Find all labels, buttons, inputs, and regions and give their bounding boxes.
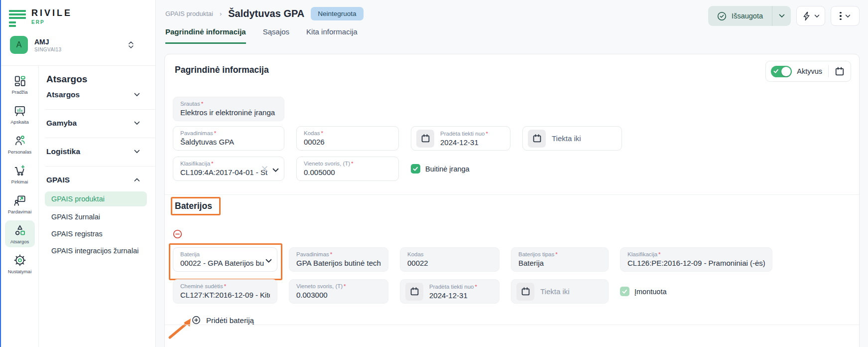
field-value: 2024-12-31 [440,138,488,147]
field-baterija-vieneto-svoris[interactable]: Vieneto svoris, (T)* 0.003000 [289,279,388,304]
shapes-icon [13,224,26,237]
active-toggle[interactable] [771,66,792,77]
sidebar-item-gpais-zurnalai[interactable]: GPAIS žurnalai [45,209,147,224]
unfold-icon[interactable] [127,40,134,52]
checkbox-imontuota[interactable]: Įmontuota [620,279,667,304]
chevron-down-icon [814,14,820,18]
sidebar-group-logistika[interactable]: Logistika [46,145,149,159]
tab-sasajos[interactable]: Sąsajos [263,27,289,44]
field-kodas[interactable]: Kodas* 00026 [296,126,399,151]
calendar-icon [521,287,530,296]
field-label: Klasifikacija [627,251,657,257]
field-placeholder: Tiekta iki [540,287,570,296]
field-value: GPA Baterijos butinė tech. [296,259,381,267]
side-navigation: Atsargos Atsargos Gamyba Logistika GPAIS… [39,66,156,347]
chevron-down-icon[interactable] [265,256,272,265]
field-baterija-kodas[interactable]: Kodas 00022 [400,247,499,272]
field-value: 00022 [407,259,492,267]
add-battery-button[interactable]: Pridėti bateriją [192,316,254,325]
field-srautas[interactable]: Srautas* Elektros ir elektroninė įranga [173,97,284,121]
calendar-button[interactable] [516,283,534,301]
rail-item-nustatymai[interactable]: Nustatymai [5,250,35,277]
gear-icon [13,254,26,267]
field-label: Pradėta tiekti nuo [429,284,474,290]
app-logo[interactable]: RIVILE ERP [9,8,72,27]
calendar-button[interactable] [405,283,423,301]
sidebar-item-gpais-integracijos-zurnalai[interactable]: GPAIS integracijos žurnalai [45,243,147,258]
breadcrumb-link[interactable]: GPAIS produktai [165,10,213,17]
field-vieneto-svoris[interactable]: Vieneto svoris, (T)* 0.005000 [296,157,399,181]
rail-item-pirkimai[interactable]: Pirkimai [5,161,35,187]
field-klasifikacija[interactable]: Klasifikacija* CL109:4A:2017-04-01 - St [173,157,284,181]
sidebar-group-atsargos[interactable]: Atsargos [46,88,149,102]
tab-kita-informacija[interactable]: Kita informacija [306,27,358,44]
field-baterija-pradeta-tiekti-nuo[interactable]: Pradėta tiekti nuo* 2024-12-31 [400,279,499,304]
sidebar-item-gpais-produktai[interactable]: GPAIS produktai [45,191,147,206]
section-title-baterijos: Baterijos [175,201,212,211]
field-value: Baterija [518,259,601,267]
section-divider [165,325,859,325]
field-label: Pavadinimas [180,130,213,136]
sidebar-group-gpais[interactable]: GPAIS [46,173,149,187]
quick-actions-button[interactable] [796,6,825,26]
rail-item-atsargos[interactable]: Atsargos [5,220,35,247]
divider [45,166,155,167]
chevron-up-icon [134,178,140,182]
field-value: Elektros ir elektroninė įranga [180,108,277,117]
calendar-icon [421,134,430,143]
user-org: SINGVAI13 [34,47,62,52]
field-value: 00022 - GPA Baterijos bu [180,259,270,267]
checkbox-checked-icon [620,287,629,296]
field-pavadinimas[interactable]: Pavadinimas* Šaldytuvas GPA [173,126,284,151]
sidebar-title: Atsargos [46,74,87,85]
field-baterija-select[interactable]: Baterija 00022 - GPA Baterijos bu [173,247,277,272]
checkbox-label: Įmontuota [634,288,667,296]
field-baterija-klasifikacija[interactable]: Klasifikacija* CL126:PE:2016-12-09 - Pra… [620,247,772,272]
field-pradeta-tiekti-nuo[interactable]: Pradėta tiekti nuo* 2024-12-31 [411,126,510,151]
main-area: GPAIS produktai › Šaldytuvas GPA Neinteg… [156,0,868,347]
check-icon [773,69,779,74]
field-chemine-sudetis[interactable]: Cheminė sudėtis* CL127:KT:2016-12-09 - K… [173,279,277,304]
rivile-logo-icon [9,8,26,27]
divider [828,65,829,77]
more-menu-button[interactable] [831,6,860,26]
field-tiekta-iki[interactable]: Tiekta iki [522,126,622,151]
field-value: CL126:PE:2016-12-09 - Pramoniniai (-ės) [627,259,765,267]
remove-battery-button[interactable] [173,229,183,239]
save-dropdown-toggle[interactable] [772,6,791,26]
chevron-down-icon[interactable] [272,166,279,174]
rail-item-personalas[interactable]: Personalas [5,131,35,158]
field-label: Kodas [407,251,424,257]
field-value: 00026 [304,138,391,146]
chevron-down-icon [134,121,140,125]
chevron-down-icon [134,93,140,97]
calendar-icon [532,134,542,143]
tab-pagrindine-informacija[interactable]: Pagrindinė informacija [165,27,246,44]
rail-item-apskaita[interactable]: Apskaita [5,101,35,128]
sidebar-group-gamyba[interactable]: Gamyba [46,116,149,130]
sidebar-item-gpais-registras[interactable]: GPAIS registras [45,226,147,241]
calendar-button[interactable] [528,130,546,148]
clear-icon[interactable] [261,165,268,174]
annotation-arrow [166,317,194,340]
checkbox-buitine-iranga[interactable]: Buitinė įranga [411,157,470,181]
user-switcher[interactable]: A AMJ SINGVAI13 [10,36,62,54]
field-value: 0.005000 [304,168,391,176]
dashboard-icon [13,74,26,87]
rail-item-pradzia[interactable]: Pradžia [5,71,35,98]
tab-bar: Pagrindinė informacija Sąsajos Kita info… [165,27,358,44]
field-label: Vieneto svoris, (T) [296,283,343,289]
save-split-button[interactable]: Išsaugota [708,6,791,26]
divider [45,138,155,138]
checkbox-label: Buitinė įranga [425,165,470,173]
field-value: CL127:KT:2016-12-09 - Kitos [180,291,270,299]
rail-item-pardavimai[interactable]: Pardavimai [5,190,35,217]
chevron-down-icon [845,14,851,18]
calendar-button[interactable] [416,130,434,148]
field-baterija-tiekta-iki[interactable]: Tiekta iki [511,279,609,304]
calendar-icon[interactable] [835,66,845,76]
field-baterijos-tipas[interactable]: Baterijos tipas* Baterija [511,247,609,272]
main-card: Pagrindinė informacija Aktyvus Srautas* … [164,54,860,347]
field-value: 0.003000 [296,291,381,299]
field-baterija-pavadinimas[interactable]: Pavadinimas* GPA Baterijos butinė tech. [289,247,388,272]
